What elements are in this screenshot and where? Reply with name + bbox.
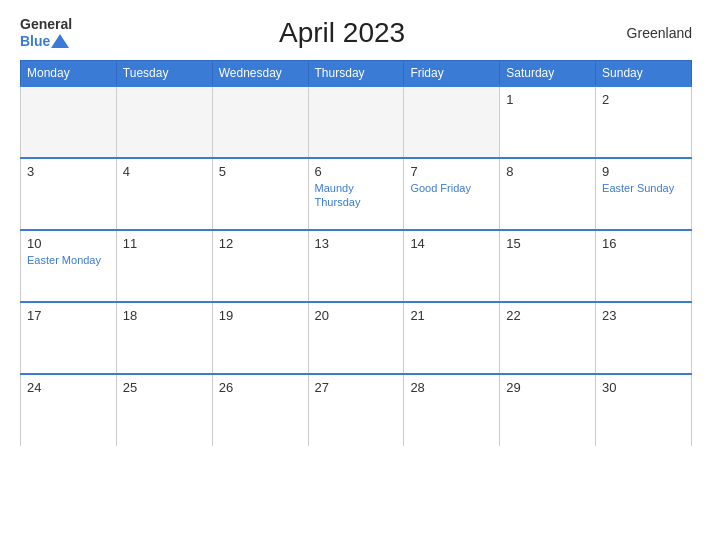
calendar-cell: 18 [116,302,212,374]
calendar-cell: 25 [116,374,212,446]
cell-day-number: 20 [315,308,398,323]
cell-event-label: Maundy Thursday [315,181,398,210]
cell-day-number: 14 [410,236,493,251]
cell-day-number: 2 [602,92,685,107]
cell-day-number: 3 [27,164,110,179]
calendar-table: Monday Tuesday Wednesday Thursday Friday… [20,60,692,446]
cell-day-number: 23 [602,308,685,323]
calendar-cell: 27 [308,374,404,446]
calendar-cell: 22 [500,302,596,374]
calendar-cell: 12 [212,230,308,302]
cell-day-number: 6 [315,164,398,179]
cell-day-number: 7 [410,164,493,179]
col-friday: Friday [404,60,500,86]
cell-day-number: 9 [602,164,685,179]
col-wednesday: Wednesday [212,60,308,86]
logo-text: General Blue [20,16,72,50]
cell-day-number: 8 [506,164,589,179]
cell-day-number: 10 [27,236,110,251]
calendar-cell: 26 [212,374,308,446]
cell-day-number: 25 [123,380,206,395]
cell-event-label: Easter Sunday [602,181,685,195]
cell-day-number: 15 [506,236,589,251]
calendar-cell: 28 [404,374,500,446]
cell-day-number: 11 [123,236,206,251]
calendar-cell: 10Easter Monday [21,230,117,302]
col-saturday: Saturday [500,60,596,86]
calendar-week-row: 3456Maundy Thursday7Good Friday89Easter … [21,158,692,230]
logo-general: General [20,16,72,33]
calendar-cell [21,86,117,158]
col-sunday: Sunday [596,60,692,86]
calendar-cell: 20 [308,302,404,374]
cell-day-number: 30 [602,380,685,395]
calendar-cell: 1 [500,86,596,158]
calendar-week-row: 24252627282930 [21,374,692,446]
calendar-week-row: 12 [21,86,692,158]
cell-day-number: 1 [506,92,589,107]
calendar-cell [212,86,308,158]
calendar-cell: 5 [212,158,308,230]
calendar-cell: 16 [596,230,692,302]
calendar-header-row: Monday Tuesday Wednesday Thursday Friday… [21,60,692,86]
calendar-cell: 19 [212,302,308,374]
calendar-cell: 2 [596,86,692,158]
cell-day-number: 27 [315,380,398,395]
cell-day-number: 16 [602,236,685,251]
cell-day-number: 29 [506,380,589,395]
logo-blue: Blue [20,33,50,50]
calendar-cell: 6Maundy Thursday [308,158,404,230]
cell-event-label: Easter Monday [27,253,110,267]
calendar-cell: 15 [500,230,596,302]
cell-day-number: 13 [315,236,398,251]
calendar-cell: 29 [500,374,596,446]
cell-day-number: 5 [219,164,302,179]
col-tuesday: Tuesday [116,60,212,86]
calendar-cell: 30 [596,374,692,446]
calendar-cell: 9Easter Sunday [596,158,692,230]
calendar-cell [116,86,212,158]
cell-day-number: 21 [410,308,493,323]
region-label: Greenland [612,25,692,41]
cell-day-number: 26 [219,380,302,395]
calendar-cell: 13 [308,230,404,302]
calendar-cell [308,86,404,158]
calendar-cell: 3 [21,158,117,230]
calendar-cell: 4 [116,158,212,230]
cell-day-number: 24 [27,380,110,395]
cell-day-number: 19 [219,308,302,323]
calendar-week-row: 10Easter Monday111213141516 [21,230,692,302]
cell-event-label: Good Friday [410,181,493,195]
header: General Blue April 2023 Greenland [20,16,692,50]
calendar-cell: 17 [21,302,117,374]
cell-day-number: 22 [506,308,589,323]
calendar-title: April 2023 [72,17,612,49]
cell-day-number: 17 [27,308,110,323]
calendar-cell: 7Good Friday [404,158,500,230]
cell-day-number: 12 [219,236,302,251]
logo-triangle-icon [51,34,69,48]
cell-day-number: 18 [123,308,206,323]
calendar-cell: 11 [116,230,212,302]
calendar-body: 123456Maundy Thursday7Good Friday89Easte… [21,86,692,446]
logo: General Blue [20,16,72,50]
cell-day-number: 4 [123,164,206,179]
calendar-week-row: 17181920212223 [21,302,692,374]
col-thursday: Thursday [308,60,404,86]
page: General Blue April 2023 Greenland Monday… [0,0,712,550]
calendar-cell: 21 [404,302,500,374]
calendar-cell: 8 [500,158,596,230]
cell-day-number: 28 [410,380,493,395]
calendar-cell: 24 [21,374,117,446]
calendar-cell: 14 [404,230,500,302]
col-monday: Monday [21,60,117,86]
calendar-cell [404,86,500,158]
calendar-cell: 23 [596,302,692,374]
